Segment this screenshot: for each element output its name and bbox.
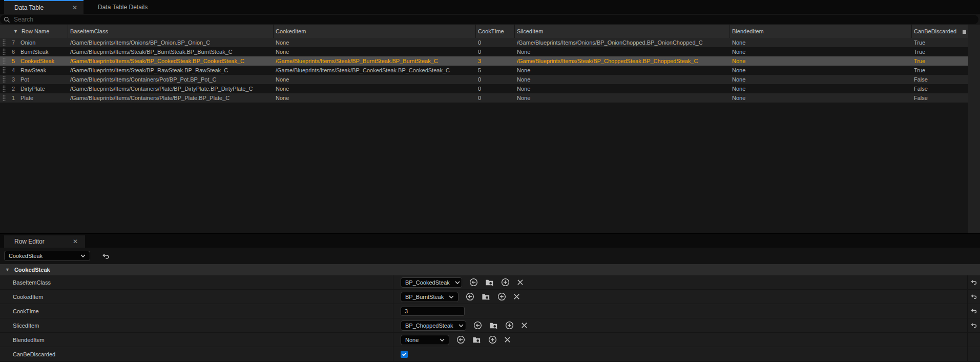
column-header-cooktime[interactable]: CookTIme [476,25,515,38]
column-header-cookeditem[interactable]: CookedItem [274,25,476,38]
plus-circle-icon [488,335,497,344]
use-selected-button[interactable] [456,335,465,344]
struct-category-header[interactable]: ▼ CookedSteak [0,264,980,275]
drag-handle-icon[interactable] [0,39,8,46]
cell-cookeditem: None [274,95,476,101]
property-label: CookTIme [0,304,393,318]
cell-row-name: Pot [18,76,68,83]
browse-to-asset-button[interactable] [482,292,490,301]
table-row[interactable]: 7Onion/Game/Blueprints/Items/Onions/BP_O… [0,38,968,47]
drag-handle-icon[interactable] [0,76,8,83]
drag-handle-icon[interactable] [0,48,8,55]
table-row[interactable]: 2DirtyPlate/Game/Blueprints/Items/Contai… [0,84,968,93]
undo-button[interactable] [101,252,110,260]
asset-picker-combo[interactable]: BP_BurntSteak [401,292,458,302]
clear-icon [517,279,524,286]
cell-cookeditem: None [274,39,476,46]
clear-button[interactable] [504,336,511,343]
new-asset-button[interactable] [497,292,506,301]
use-selected-button[interactable] [469,278,478,287]
cell-blendeditem: None [730,86,912,92]
drag-handle-icon[interactable] [0,85,8,92]
use-selected-button[interactable] [466,292,474,301]
tab-data-table-details[interactable]: Data Table Details [84,0,173,14]
cell-canbediscarded: False [912,86,968,92]
asset-picker-combo[interactable]: BP_CookedSteak [401,277,462,288]
cell-baseitemclass: /Game/Blueprints/Items/Onions/BP_Onion.B… [68,39,274,46]
asset-picker-value: BP_ChoppedSteak [405,323,453,329]
asset-picker-buttons [469,278,524,287]
canbediscarded-checkbox[interactable] [401,351,408,358]
cell-cookeditem: None [274,86,476,92]
reset-to-default-button[interactable] [970,308,977,315]
cell-sliceditem: None [515,67,730,73]
property-label: CanBeDiscarded [0,347,393,361]
browse-to-asset-button[interactable] [472,335,481,344]
tab-data-table[interactable]: Data Table ✕ [4,0,84,14]
new-asset-button[interactable] [505,321,514,330]
property-value [393,304,967,318]
column-filter-icon[interactable]: ▼ [13,29,18,34]
reset-to-default-button[interactable] [970,322,977,329]
table-row[interactable]: 1Plate/Game/Blueprints/Items/Containers/… [0,93,968,103]
column-header-sliceditem[interactable]: SlicedItem [515,25,730,38]
clear-icon [513,293,520,300]
drag-handle-icon[interactable] [0,67,8,74]
use-selected-icon [456,335,465,344]
reset-to-default-button[interactable] [970,293,977,300]
search-input[interactable] [14,16,978,23]
property-value [393,347,967,361]
reset-arrow-icon [970,308,977,315]
asset-picker-combo[interactable]: None [401,335,449,345]
row-number: 6 [8,49,18,55]
cell-cooktime: 0 [476,86,515,92]
property-value: BP_ChoppedSteak [393,318,967,332]
browse-to-asset-button[interactable] [485,278,494,287]
asset-picker-combo[interactable]: BP_ChoppedSteak [401,320,466,331]
row-selector-value: CookedSteak [9,253,43,259]
asset-picker-value: BP_BurntSteak [405,294,444,300]
tab-row-editor[interactable]: Row Editor ✕ [4,235,85,248]
table-header: ▼ Row Name BaseItemClass CookedItem Cook… [0,25,968,38]
table-row[interactable]: 6BurntSteak/Game/Blueprints/Items/Steak/… [0,47,968,56]
close-icon[interactable]: ✕ [73,238,78,245]
clear-button[interactable] [517,279,524,286]
tab-data-table-details-label: Data Table Details [98,4,148,11]
table-row[interactable]: 4RawSteak/Game/Blueprints/Items/Steak/BP… [0,66,968,75]
tab-row-editor-label: Row Editor [14,238,45,245]
row-number: 2 [8,86,18,92]
column-header-blendeditem[interactable]: BlendedItem [730,25,912,38]
new-asset-button[interactable] [501,278,510,287]
row-selector-dropdown[interactable]: CookedSteak [4,251,90,261]
new-asset-button[interactable] [488,335,497,344]
table-row[interactable]: 5CookedSteak/Game/Blueprints/Items/Steak… [0,56,968,66]
table-row[interactable]: 3Pot/Game/Blueprints/Items/Containers/Po… [0,75,968,84]
property-row: BlendedItemNone [0,333,980,347]
search-field[interactable] [0,15,978,24]
cell-baseitemclass: /Game/Blueprints/Items/Steak/BP_CookedSt… [68,58,274,64]
cell-baseitemclass: /Game/Blueprints/Items/Steak/BP_BurntSte… [68,49,274,55]
close-icon[interactable]: ✕ [72,5,77,11]
collapse-arrow-icon[interactable]: ▼ [5,267,10,272]
cell-cooktime: 0 [476,95,515,101]
column-header-row-name[interactable]: ▼ Row Name [0,25,68,38]
chevron-down-icon [449,295,454,298]
use-selected-button[interactable] [473,321,482,330]
property-label: CookedItem [0,290,393,304]
drag-handle-icon[interactable] [0,57,8,65]
scrollbar-track[interactable] [968,25,980,233]
cooktime-input[interactable] [401,307,465,316]
asset-picker-buttons [473,321,528,330]
column-header-canbediscarded[interactable]: CanBeDiscarded [912,25,968,38]
clear-button[interactable] [521,322,528,329]
drag-handle-icon[interactable] [0,94,8,102]
reset-to-default-button[interactable] [970,279,977,286]
scrollbar-corner [963,30,966,34]
row-number: 7 [8,39,18,46]
browse-to-asset-button[interactable] [489,321,498,330]
property-value: BP_CookedSteak [393,275,967,289]
clear-button[interactable] [513,293,520,300]
use-selected-icon [469,278,478,287]
search-icon [4,16,10,23]
column-header-baseitemclass[interactable]: BaseItemClass [68,25,274,38]
